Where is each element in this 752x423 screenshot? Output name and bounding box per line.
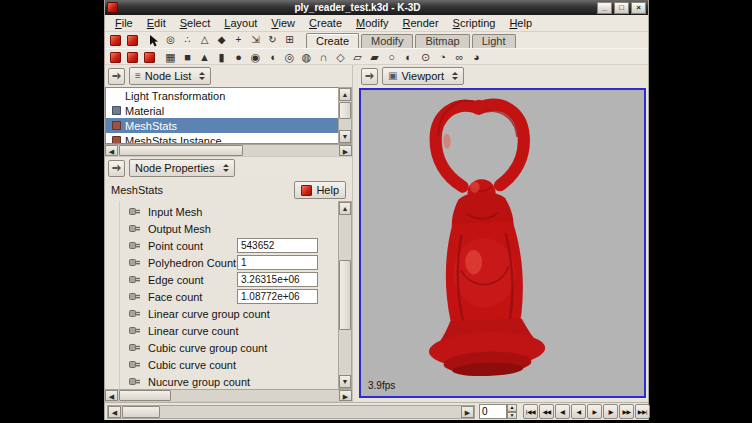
play-reverse-button[interactable]: ◀ [571, 404, 586, 419]
menu-create[interactable]: Create [302, 16, 349, 31]
prev-key-button[interactable]: ◀◀ [539, 404, 554, 419]
poly-grid-button[interactable]: ▦ [162, 50, 179, 65]
save-document-button[interactable] [107, 50, 124, 65]
scroll-right-icon[interactable]: ▶ [339, 145, 352, 156]
properties-horizontal-scrollbar[interactable]: ◀ ▶ [105, 389, 352, 402]
go-start-button[interactable]: |◀◀ [523, 404, 538, 419]
property-plug-icon[interactable] [129, 258, 145, 267]
menu-select[interactable]: Select [173, 16, 218, 31]
properties-vertical-scrollbar[interactable]: ▲ ▼ [338, 201, 352, 389]
property-plug-icon[interactable] [129, 241, 145, 250]
select-points-button[interactable]: ∴ [179, 33, 196, 48]
titlebar[interactable]: ply_reader_test.k3d - K-3D _ □ × [105, 0, 648, 15]
property-plug-icon[interactable] [129, 292, 145, 301]
scroll-left-icon[interactable]: ◀ [105, 390, 118, 401]
nurbs-arc-button[interactable]: ◔ [434, 50, 451, 65]
play-button[interactable]: ▶ [587, 404, 602, 419]
scrollbar-thumb[interactable] [119, 390, 171, 401]
property-value-field[interactable] [237, 272, 318, 287]
help-button[interactable]: Help [294, 181, 346, 199]
maximize-button[interactable]: □ [614, 2, 629, 14]
property-plug-icon[interactable] [129, 343, 145, 352]
node-list-pane-selector[interactable]: ≡ Node List [129, 67, 211, 85]
nurbs-circle-button[interactable]: ○ [383, 50, 400, 65]
scrollbar-thumb[interactable] [339, 260, 351, 330]
property-plug-icon[interactable] [129, 360, 145, 369]
helix-curve-button[interactable]: ◕ [468, 50, 485, 65]
menu-help[interactable]: Help [502, 16, 539, 31]
undo-button[interactable] [124, 50, 141, 65]
poly-hemisphere-button[interactable]: ◖ [264, 50, 281, 65]
property-value-field[interactable] [237, 255, 318, 270]
paraboloid-button[interactable]: ∩ [315, 50, 332, 65]
tab-modify[interactable]: Modify [361, 34, 413, 48]
new-document-button[interactable] [107, 33, 124, 48]
redo-button[interactable] [141, 50, 158, 65]
minimize-button[interactable]: _ [597, 2, 612, 14]
node-list-item[interactable]: Light Transformation [106, 88, 338, 103]
property-plug-icon[interactable] [129, 377, 145, 386]
next-key-button[interactable]: ▶▶ [619, 404, 634, 419]
pin-node-list-button[interactable] [108, 68, 125, 85]
property-plug-icon[interactable] [129, 207, 145, 216]
nurbs-torus-button[interactable]: ⊙ [417, 50, 434, 65]
scroll-up-icon[interactable]: ▲ [339, 88, 351, 101]
menu-file[interactable]: File [108, 16, 140, 31]
scrollbar-thumb[interactable] [119, 145, 243, 156]
poly-cube-button[interactable]: ■ [179, 50, 196, 65]
property-plug-icon[interactable] [129, 326, 145, 335]
move-tool-button[interactable]: ⇲ [247, 33, 264, 48]
scroll-right-icon[interactable]: ▶ [339, 390, 352, 401]
node-properties-pane-selector[interactable]: Node Properties [129, 159, 235, 177]
scroll-down-icon[interactable]: ▼ [339, 375, 351, 388]
poly-icosahedron-button[interactable]: ◍ [298, 50, 315, 65]
node-list-item[interactable]: Material [106, 103, 338, 118]
close-button[interactable]: × [631, 2, 646, 14]
node-list-horizontal-scrollbar[interactable]: ◀ ▶ [105, 144, 352, 157]
property-plug-icon[interactable] [129, 275, 145, 284]
scrollbar-thumb[interactable] [122, 406, 160, 418]
node-list-item[interactable]: MeshStats [106, 118, 338, 133]
scroll-right-icon[interactable]: ▶ [461, 406, 474, 418]
select-edges-button[interactable]: △ [196, 33, 213, 48]
snap-tool-button[interactable]: + [230, 33, 247, 48]
node-list-vertical-scrollbar[interactable]: ▲ ▼ [338, 87, 352, 144]
scale-tool-button[interactable]: ⊞ [281, 33, 298, 48]
tab-bitmap[interactable]: Bitmap [415, 34, 469, 48]
node-list-item[interactable]: MeshStats Instance [106, 133, 338, 144]
select-faces-button[interactable]: ◆ [213, 33, 230, 48]
lissajous-curve-button[interactable]: ∞ [451, 50, 468, 65]
scroll-down-icon[interactable]: ▼ [339, 130, 351, 143]
menu-modify[interactable]: Modify [349, 16, 395, 31]
go-end-button[interactable]: ▶▶| [635, 404, 650, 419]
poly-sphere-button[interactable]: ◉ [247, 50, 264, 65]
menu-layout[interactable]: Layout [217, 16, 264, 31]
scroll-left-icon[interactable]: ◀ [108, 406, 121, 418]
property-plug-icon[interactable] [129, 309, 145, 318]
poly-disk-button[interactable]: ● [230, 50, 247, 65]
select-nodes-button[interactable]: ◎ [162, 33, 179, 48]
tab-create[interactable]: Create [306, 33, 359, 48]
frame-up-icon[interactable]: ▲ [507, 404, 517, 412]
menu-scripting[interactable]: Scripting [446, 16, 503, 31]
scroll-up-icon[interactable]: ▲ [339, 202, 351, 215]
property-plug-icon[interactable] [129, 224, 145, 233]
rotate-tool-button[interactable]: ↻ [264, 33, 281, 48]
pin-viewport-button[interactable] [361, 68, 378, 85]
menu-view[interactable]: View [264, 16, 302, 31]
timeline-scrollbar[interactable]: ◀ ▶ [107, 405, 475, 419]
next-frame-button[interactable]: |▶ [603, 404, 618, 419]
menu-edit[interactable]: Edit [140, 16, 173, 31]
property-value-field[interactable] [237, 238, 318, 253]
poly-torus-button[interactable]: ◎ [281, 50, 298, 65]
frame-down-icon[interactable]: ▼ [507, 412, 517, 420]
poly-cylinder-button[interactable]: ▮ [213, 50, 230, 65]
poly-cone-button[interactable]: ▲ [196, 50, 213, 65]
scroll-left-icon[interactable]: ◀ [105, 145, 118, 156]
select-tool-button[interactable] [145, 33, 162, 48]
buddha-model[interactable] [394, 93, 572, 379]
hyperboloid-button[interactable]: ◇ [332, 50, 349, 65]
nurbs-sphere-button[interactable]: ◐ [400, 50, 417, 65]
bicubic-patch-button[interactable]: ▰ [366, 50, 383, 65]
pin-node-properties-button[interactable] [108, 160, 125, 177]
